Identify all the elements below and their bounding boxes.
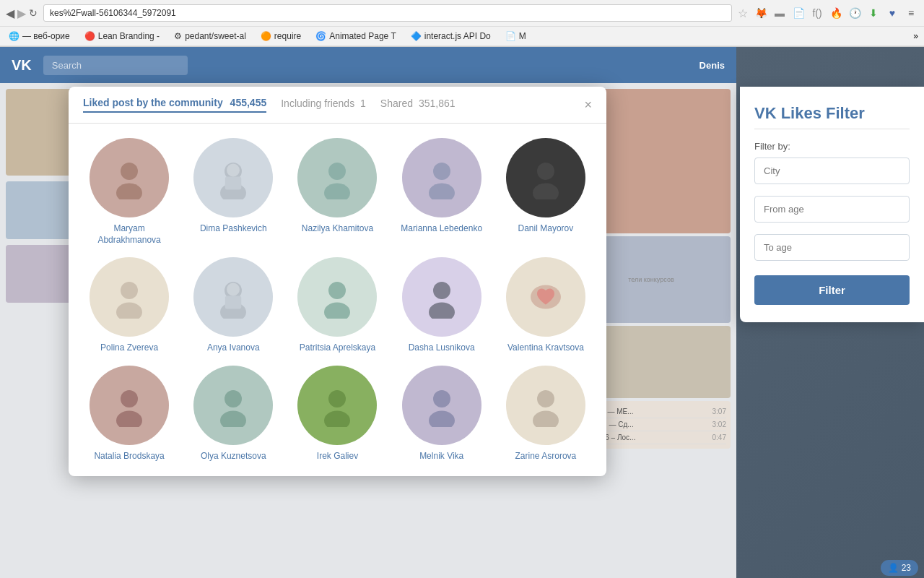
person-name: Marianna Lebedenko	[401, 223, 482, 235]
address-bar: ◀ ▶ ↻ kes%2Fwall-56106344_5972091 ☆ 🦊 ▬ …	[0, 0, 924, 27]
expand-bookmarks-icon[interactable]: »	[913, 31, 918, 41]
svg-point-28	[324, 410, 350, 427]
close-button[interactable]: ×	[584, 98, 592, 111]
notification-badge: 👤 23	[881, 560, 918, 576]
from-age-input[interactable]	[754, 196, 910, 223]
likes-header: Liked post by the community 455,455 Incl…	[69, 87, 606, 124]
bookmark-require[interactable]: 🟠 require	[258, 30, 304, 43]
svg-point-32	[533, 410, 559, 427]
person-name: Zarine Asrorova	[515, 451, 577, 462]
svg-point-0	[121, 163, 138, 180]
fire-icon[interactable]: 🔥	[829, 6, 843, 20]
city-input[interactable]	[754, 158, 910, 184]
refresh-button[interactable]: ↻	[29, 7, 38, 19]
avatar	[506, 257, 585, 337]
person-item[interactable]: Olya Kuznetsova	[187, 366, 279, 462]
animated-icon: 🌀	[315, 31, 326, 41]
avatar	[402, 366, 481, 445]
person-name: Melnik Vika	[419, 451, 463, 462]
svg-rect-4	[225, 177, 242, 190]
person-item[interactable]: Polina Zvereva	[83, 257, 175, 354]
menu-icon[interactable]: ≡	[904, 6, 918, 20]
svg-point-12	[121, 282, 138, 299]
bookmark-interact[interactable]: 🔷 interact.js API Do	[408, 30, 494, 43]
liked-by-community-tab[interactable]: Liked post by the community 455,455	[83, 97, 266, 113]
person-name: Dima Pashkevich	[200, 223, 267, 235]
svg-point-31	[537, 390, 554, 407]
avatar	[297, 138, 377, 217]
svg-point-8	[433, 163, 450, 180]
avatar	[297, 257, 377, 337]
to-age-input[interactable]	[754, 234, 910, 261]
likes-popup: Liked post by the community 455,455 Incl…	[69, 87, 606, 476]
bookmark-web[interactable]: 🌐 — веб-орие	[6, 30, 73, 43]
person-item[interactable]: Zarine Asrorova	[500, 366, 592, 462]
main-content: VK Search Denis Карамело №8 - Девичье ца…	[0, 47, 924, 578]
person-name: Polina Zvereva	[100, 342, 158, 354]
bookmark-m[interactable]: 📄 M	[502, 30, 529, 43]
svg-rect-16	[225, 296, 242, 309]
avatar	[506, 366, 585, 445]
reader-icon[interactable]: 📄	[791, 6, 806, 20]
fx-icon[interactable]: f()	[810, 6, 824, 20]
svg-point-7	[324, 184, 350, 200]
vk-search[interactable]: Search	[43, 56, 188, 75]
vk-username: Denis	[699, 60, 725, 71]
person-name: Anya Ivanova	[207, 342, 260, 354]
person-item[interactable]: Marianna Lebedenko	[396, 138, 488, 246]
avatar	[193, 366, 273, 445]
person-item[interactable]: Irek Galiev	[291, 366, 383, 462]
person-item[interactable]: Patritsia Aprelskaya	[291, 257, 383, 354]
person-item[interactable]: Nazilya Khamitova	[291, 138, 383, 246]
vk-header: VK Search Denis	[0, 47, 736, 83]
filter-divider	[754, 129, 910, 129]
avatar	[90, 366, 169, 445]
person-item[interactable]: Dima Pashkevich	[187, 138, 279, 246]
address-input[interactable]: kes%2Fwall-56106344_5972091	[43, 4, 732, 22]
person-name: Natalia Brodskaya	[94, 451, 164, 462]
person-name: Nazilya Khamitova	[302, 223, 373, 235]
back-button[interactable]: ◀	[6, 7, 14, 20]
forward-button[interactable]: ▶	[17, 7, 26, 20]
pedant-icon: ⚙	[174, 31, 182, 41]
person-item[interactable]: Anya Ivanova	[187, 257, 279, 354]
down-icon[interactable]: ⬇	[866, 6, 881, 20]
minimize-icon[interactable]: ▬	[772, 6, 787, 20]
person-item[interactable]: Dasha Lusnikova	[396, 257, 488, 354]
bookmarks-bar: 🌐 — веб-орие 🔴 Lean Branding - ⚙ pedant/…	[0, 27, 924, 46]
svg-point-9	[429, 184, 455, 200]
svg-point-18	[328, 282, 346, 299]
browser-chrome: ◀ ▶ ↻ kes%2Fwall-56106344_5972091 ☆ 🦊 ▬ …	[0, 0, 924, 47]
avatar	[402, 257, 481, 337]
notification-count: 23	[902, 563, 911, 573]
avatar	[506, 138, 585, 217]
person-name: Irek Galiev	[317, 451, 358, 462]
svg-point-1	[116, 184, 142, 200]
filter-button[interactable]: Filter	[754, 275, 910, 305]
bookmark-pedant[interactable]: ⚙ pedant/sweet-al	[171, 30, 249, 43]
shared-tab[interactable]: Shared 351,861	[380, 98, 456, 112]
svg-point-10	[537, 163, 554, 180]
svg-point-30	[429, 410, 455, 427]
person-item[interactable]: Melnik Vika	[396, 366, 488, 462]
person-item[interactable]: Danil Mayorov	[500, 138, 592, 246]
bookmark-star-icon[interactable]: ☆	[738, 7, 748, 20]
svg-point-5	[227, 164, 240, 177]
person-item[interactable]: Maryam Abdrakhmanova	[83, 138, 175, 246]
person-item[interactable]: Natalia Brodskaya	[83, 366, 175, 462]
toolbar-icons: 🦊 ▬ 📄 f() 🔥 🕐 ⬇ ♥ ≡	[754, 6, 918, 20]
svg-point-13	[116, 303, 142, 319]
clock-icon[interactable]: 🕐	[847, 6, 862, 20]
person-name: Maryam Abdrakhmanova	[83, 223, 175, 246]
filter-title: VK Likes Filter	[754, 104, 910, 123]
including-friends-tab[interactable]: Including friends 1	[281, 98, 366, 112]
person-item[interactable]: Valentina Kravtsova	[500, 257, 592, 354]
svg-point-23	[121, 390, 138, 407]
ff-icon[interactable]: 🦊	[754, 6, 768, 20]
likes-grid: Maryam Abdrakhmanova Dima Pashkevich Naz…	[69, 124, 606, 476]
bookmark-lean[interactable]: 🔴 Lean Branding -	[82, 30, 162, 43]
heart-icon[interactable]: ♥	[885, 6, 899, 20]
bookmark-animated[interactable]: 🌀 Animated Page T	[313, 30, 399, 43]
svg-point-24	[116, 410, 142, 427]
svg-point-29	[433, 390, 450, 407]
